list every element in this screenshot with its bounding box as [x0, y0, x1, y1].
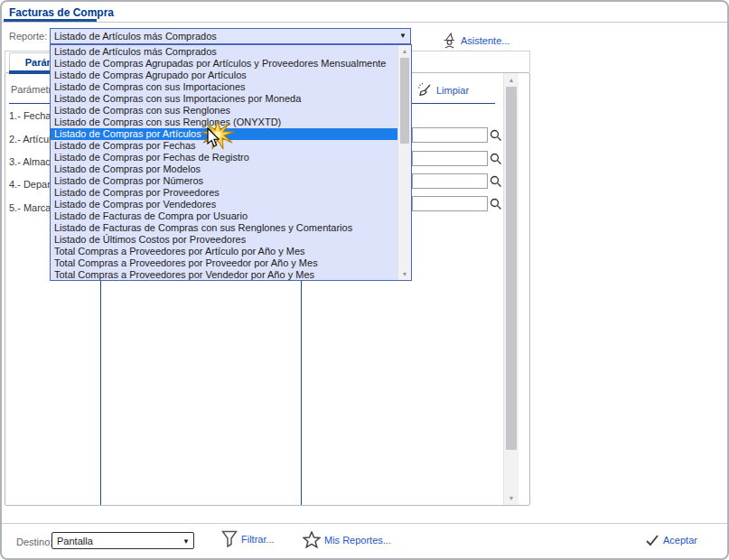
parameter-value-input[interactable] [412, 151, 488, 166]
accept-label: Aceptar [663, 535, 697, 546]
scrollbar-thumb[interactable] [506, 87, 517, 450]
dropdown-item[interactable]: Listado de Facturas de Compra por Usuari… [51, 210, 397, 222]
dropdown-item[interactable]: Listado de Últimos Costos por Proveedore… [51, 234, 397, 246]
parameter-value-input[interactable] [412, 196, 488, 211]
report-dropdown-list: Listado de Artículos más Comprados Lista… [50, 44, 412, 281]
broom-icon [417, 82, 433, 98]
chevron-down-icon: ▼ [182, 538, 190, 546]
assistant-button[interactable]: Asistente... [442, 33, 509, 49]
dropdown-item[interactable]: Listado de Compras por Modelos [51, 163, 397, 175]
report-label: Reporte: [9, 31, 47, 42]
search-icon[interactable] [490, 153, 502, 165]
destination-label: Destino: [16, 537, 52, 547]
dropdown-item[interactable]: Listado de Compras con sus Renglones (ON… [51, 117, 397, 128]
clear-button[interactable]: Limpiar [417, 82, 469, 98]
footer-divider [2, 523, 727, 524]
chevron-down-icon: ▼ [399, 33, 407, 40]
dropdown-item[interactable]: Total Compras a Proveedores por Proveedo… [51, 257, 397, 269]
tabstrip-left-border [5, 51, 5, 72]
dropdown-item[interactable]: Listado de Compras por Fechas de Registr… [51, 152, 397, 163]
dropdown-item[interactable]: Listado de Facturas de Compras con sus R… [51, 222, 397, 234]
dropdown-item[interactable]: Total Compras a Proveedores por Artículo… [51, 246, 397, 257]
page-title: Facturas de Compra [9, 6, 114, 19]
dropdown-item[interactable]: Listado de Compras con sus Importaciones [51, 81, 397, 93]
my-reports-label: Mis Reportes... [324, 535, 391, 546]
dropdown-item[interactable]: Listado de Compras por Proveedores [51, 187, 397, 199]
dropdown-item[interactable]: Listado de Compras por Fechas [51, 140, 397, 152]
tabstrip-right-border [529, 51, 530, 72]
dropdown-item[interactable]: Listado de Compras por Números [51, 175, 397, 187]
check-icon [645, 534, 659, 546]
dropdown-item[interactable]: Listado de Compras por Artículos [51, 128, 397, 140]
dropdown-item[interactable]: Listado de Compras con sus Renglones [51, 105, 397, 117]
accept-button[interactable]: Aceptar [645, 534, 697, 546]
clear-label: Limpiar [436, 85, 469, 96]
dropdown-item[interactable]: Total Compras a Proveedores por Vendedor… [51, 269, 397, 281]
header-divider [2, 22, 727, 23]
scroll-up-arrow-icon[interactable]: ▲ [504, 74, 519, 86]
filter-button[interactable]: Filtrar... [221, 530, 275, 548]
dropdown-scrollbar[interactable]: ▲ ▼ [397, 45, 411, 280]
search-icon[interactable] [490, 129, 502, 142]
dropdown-items: Listado de Artículos más Comprados Lista… [51, 46, 397, 281]
scroll-up-arrow-icon[interactable]: ▲ [398, 45, 411, 57]
my-reports-button[interactable]: Mis Reportes... [303, 531, 391, 548]
search-icon[interactable] [490, 175, 502, 188]
star-icon [303, 531, 321, 548]
report-select[interactable]: Listado de Artículos más Comprados ▼ [50, 28, 411, 44]
parameter-value-input[interactable] [412, 127, 488, 143]
scroll-down-arrow-icon[interactable]: ▼ [504, 492, 519, 504]
assistant-label: Asistente... [461, 35, 509, 46]
panel-scrollbar[interactable]: ▲ ▼ [503, 73, 519, 505]
filter-label: Filtrar... [241, 534, 275, 545]
parameter-value-input[interactable] [412, 173, 488, 189]
dropdown-item[interactable]: Listado de Compras por Vendedores [51, 199, 397, 210]
report-select-value: Listado de Artículos más Comprados [54, 31, 217, 42]
destination-select-value: Pantalla [57, 536, 93, 546]
funnel-icon [221, 530, 238, 548]
search-icon[interactable] [490, 198, 502, 210]
parameter-row: 5.- Marca [9, 202, 51, 213]
wizard-icon [442, 33, 457, 49]
scrollbar-thumb[interactable] [400, 58, 409, 144]
clear-column-underline [405, 103, 495, 104]
report-dialog: Facturas de Compra Reporte: Listado de A… [0, 0, 729, 560]
dropdown-item[interactable]: Listado de Artículos más Comprados [51, 46, 397, 58]
dropdown-item[interactable]: Listado de Compras Agrupadas por Artícul… [51, 58, 397, 70]
dropdown-item[interactable]: Listado de Compras con sus Importaciones… [51, 93, 397, 105]
dropdown-item[interactable]: Listado de Compras Agrupado por Artículo… [51, 70, 397, 81]
scroll-down-arrow-icon[interactable]: ▼ [398, 268, 411, 280]
destination-select[interactable]: Pantalla ▼ [51, 532, 194, 549]
